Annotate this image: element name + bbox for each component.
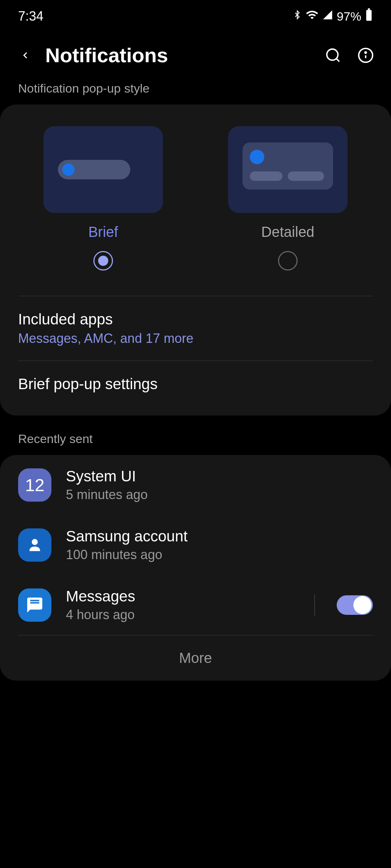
svg-rect-1 bbox=[368, 8, 370, 10]
info-button[interactable] bbox=[357, 46, 375, 64]
svg-line-3 bbox=[336, 58, 339, 61]
back-button[interactable] bbox=[16, 46, 34, 64]
app-time: 5 minutes ago bbox=[66, 487, 373, 502]
svg-point-2 bbox=[327, 49, 338, 60]
signal-icon bbox=[322, 9, 333, 23]
detailed-label: Detailed bbox=[261, 224, 315, 240]
app-row-messages[interactable]: Messages 4 hours ago bbox=[0, 575, 391, 635]
svg-point-6 bbox=[365, 52, 366, 53]
detailed-preview bbox=[228, 126, 348, 213]
brief-preview bbox=[43, 126, 163, 213]
style-option-detailed[interactable]: Detailed bbox=[203, 126, 373, 271]
style-option-brief[interactable]: Brief bbox=[18, 126, 188, 271]
app-row-samsung[interactable]: Samsung account 100 minutes ago bbox=[0, 515, 391, 575]
systemui-icon: 12 bbox=[18, 468, 51, 502]
svg-rect-0 bbox=[366, 10, 372, 21]
status-time: 7:34 bbox=[18, 9, 43, 24]
samsung-icon bbox=[18, 528, 51, 562]
included-apps-item[interactable]: Included apps Messages, AMC, and 17 more bbox=[0, 296, 391, 361]
messages-icon bbox=[18, 588, 51, 622]
status-bar: 7:34 97% bbox=[0, 0, 391, 29]
app-name: Messages bbox=[66, 588, 293, 605]
app-name: Samsung account bbox=[66, 528, 373, 545]
brief-label: Brief bbox=[88, 224, 118, 240]
search-button[interactable] bbox=[324, 46, 342, 64]
battery-text: 97% bbox=[337, 9, 361, 24]
app-time: 100 minutes ago bbox=[66, 547, 373, 562]
status-icons: 97% bbox=[293, 8, 373, 24]
wifi-icon bbox=[306, 8, 319, 24]
app-time: 4 hours ago bbox=[66, 607, 293, 622]
app-row-systemui[interactable]: 12 System UI 5 minutes ago bbox=[0, 455, 391, 515]
included-apps-subtitle: Messages, AMC, and 17 more bbox=[18, 331, 373, 346]
more-button[interactable]: More bbox=[0, 635, 391, 681]
svg-point-7 bbox=[32, 539, 38, 545]
included-apps-title: Included apps bbox=[18, 311, 373, 328]
bluetooth-icon bbox=[293, 8, 302, 24]
header: Notifications bbox=[0, 29, 391, 78]
detailed-radio[interactable] bbox=[278, 251, 298, 271]
popup-style-label: Notification pop-up style bbox=[0, 78, 391, 105]
battery-icon bbox=[365, 8, 373, 24]
popup-style-card: Brief Detailed Included apps Messages, A… bbox=[0, 105, 391, 416]
recently-sent-label: Recently sent bbox=[0, 416, 391, 455]
app-name: System UI bbox=[66, 468, 373, 485]
brief-settings-item[interactable]: Brief pop-up settings bbox=[0, 361, 391, 416]
recently-sent-card: 12 System UI 5 minutes ago Samsung accou… bbox=[0, 455, 391, 681]
page-title: Notifications bbox=[45, 43, 324, 67]
brief-settings-title: Brief pop-up settings bbox=[18, 375, 373, 393]
messages-toggle[interactable] bbox=[337, 595, 373, 615]
brief-radio[interactable] bbox=[93, 251, 113, 271]
